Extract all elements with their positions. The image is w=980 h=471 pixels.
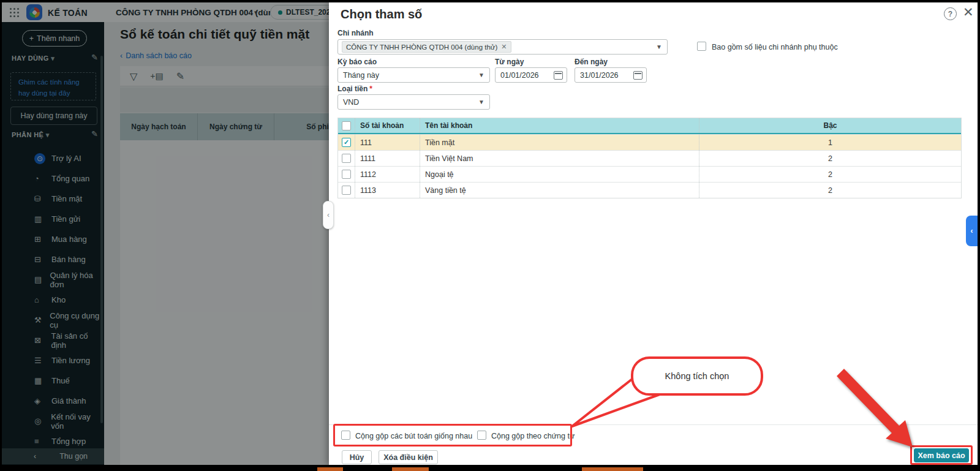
to-date-input[interactable]: 31/01/2026 <box>575 67 647 83</box>
calendar-icon[interactable] <box>633 71 643 80</box>
column-header[interactable]: Bậc <box>699 118 961 133</box>
chevron-left-icon: ‹ <box>327 211 330 219</box>
frame-right <box>978 0 980 471</box>
close-icon[interactable]: ✕ <box>963 5 974 20</box>
chevron-down-icon: ▼ <box>478 99 484 105</box>
frame-top <box>0 0 980 2</box>
remove-tag-icon[interactable]: ✕ <box>501 43 507 51</box>
currency-label: Loại tiền* <box>337 85 372 93</box>
chevron-down-icon: ▼ <box>656 43 662 50</box>
to-date-label: Đến ngày <box>575 58 608 66</box>
dialog-title: Chọn tham số <box>341 7 422 21</box>
clear-conditions-button[interactable]: Xóa điều kiện <box>379 450 438 464</box>
accounts-table-header: Số tài khoản Tên tài khoản Bậc <box>338 118 961 134</box>
period-select[interactable]: Tháng này ▼ <box>337 67 490 83</box>
row-checkbox[interactable]: ✓ <box>342 138 351 147</box>
chevron-left-icon: ‹ <box>971 227 973 235</box>
account-row[interactable]: ✓ 111 Tiền mặt 1 <box>338 134 961 150</box>
select-all-checkbox[interactable] <box>342 121 351 130</box>
branch-select[interactable]: CÔNG TY TNHH PHÒNG QTDH 004 (dùng thử) ✕… <box>337 39 668 55</box>
panel-collapse-handle[interactable]: ‹ <box>323 201 334 229</box>
column-header[interactable]: Tên tài khoản <box>420 118 699 133</box>
taskbar-segment <box>392 467 429 471</box>
include-dependent-checkbox[interactable] <box>697 42 706 51</box>
include-dependent-label: Bao gồm số liệu chi nhánh phụ thuộc <box>712 43 838 51</box>
row-checkbox[interactable] <box>342 186 351 195</box>
taskbar-segment <box>582 467 643 471</box>
from-date-input[interactable]: 01/01/2026 <box>495 67 567 83</box>
branch-label: Chi nhánh <box>337 29 374 37</box>
help-icon[interactable]: ? <box>944 7 957 20</box>
column-header[interactable]: Số tài khoản <box>355 118 420 133</box>
options-highlight-box <box>333 424 572 447</box>
currency-select[interactable]: VND ▼ <box>337 94 490 110</box>
period-label: Kỳ báo cáo <box>337 58 377 66</box>
cancel-button[interactable]: Hủy <box>342 450 372 464</box>
branch-tag[interactable]: CÔNG TY TNHH PHÒNG QTDH 004 (dùng thử) ✕ <box>342 41 511 53</box>
account-row[interactable]: 1112 Ngoại tệ 2 <box>338 166 961 182</box>
from-date-label: Từ ngày <box>495 58 524 66</box>
chevron-down-icon: ▼ <box>478 72 484 78</box>
callout-bubble: Không tích chọn <box>631 356 763 396</box>
account-row[interactable]: 1111 Tiền Việt Nam 2 <box>338 150 961 166</box>
required-mark: * <box>369 85 372 93</box>
taskbar-strip <box>0 465 980 471</box>
frame-left <box>0 0 2 471</box>
calendar-icon[interactable] <box>554 71 563 80</box>
side-pull-tab[interactable]: ‹ <box>966 216 978 246</box>
view-report-highlight-box <box>910 445 973 465</box>
row-checkbox[interactable] <box>342 170 351 179</box>
accounts-table: Số tài khoản Tên tài khoản Bậc ✓ 111 Tiề… <box>337 118 962 198</box>
row-checkbox[interactable] <box>342 154 351 163</box>
account-row[interactable]: 1113 Vàng tiền tệ 2 <box>338 182 961 198</box>
taskbar-segment <box>317 467 343 471</box>
